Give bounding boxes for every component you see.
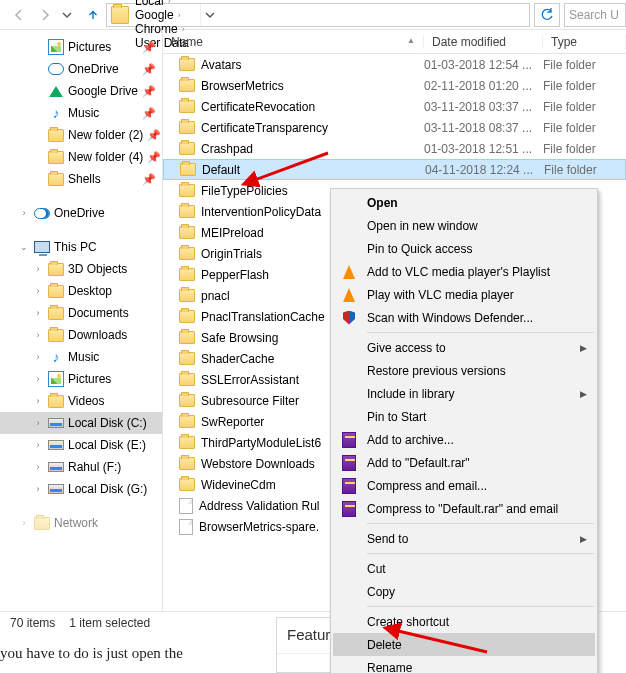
menu-scan-defender[interactable]: Scan with Windows Defender... bbox=[333, 306, 595, 329]
tree-item[interactable]: ›Desktop bbox=[0, 280, 162, 302]
chevron-right-icon[interactable]: › bbox=[32, 440, 44, 450]
menu-vlc-add-playlist[interactable]: Add to VLC media player's Playlist bbox=[333, 260, 595, 283]
navigation-pane[interactable]: Pictures📌OneDrive📌Google Drive📌♪Music📌Ne… bbox=[0, 30, 163, 611]
tree-item[interactable]: New folder (4)📌 bbox=[0, 146, 162, 168]
menu-open-new-window[interactable]: Open in new window bbox=[333, 214, 595, 237]
menu-include-library[interactable]: Include in library▶ bbox=[333, 382, 595, 405]
file-type: File folder bbox=[543, 79, 626, 93]
menu-rename[interactable]: Rename bbox=[333, 656, 595, 673]
col-date[interactable]: Date modified bbox=[424, 35, 543, 49]
menu-pin-start[interactable]: Pin to Start bbox=[333, 405, 595, 428]
folder-icon bbox=[48, 149, 64, 165]
tree-item[interactable]: ›Local Disk (G:) bbox=[0, 478, 162, 500]
column-headers[interactable]: Name ▲ Date modified Type bbox=[163, 30, 626, 54]
menu-create-shortcut[interactable]: Create shortcut bbox=[333, 610, 595, 633]
file-name: BrowserMetrics bbox=[201, 79, 284, 93]
menu-compress-email[interactable]: Compress and email... bbox=[333, 474, 595, 497]
chevron-right-icon[interactable]: › bbox=[32, 352, 44, 362]
menu-copy[interactable]: Copy bbox=[333, 580, 595, 603]
nav-recent-button[interactable] bbox=[54, 3, 80, 27]
music-icon: ♪ bbox=[48, 105, 64, 121]
refresh-button[interactable] bbox=[534, 3, 560, 27]
tree-item[interactable]: ›3D Objects bbox=[0, 258, 162, 280]
file-name: MEIPreload bbox=[201, 226, 264, 240]
col-type[interactable]: Type bbox=[543, 35, 626, 49]
menu-vlc-play[interactable]: Play with VLC media player bbox=[333, 283, 595, 306]
chevron-right-icon[interactable]: › bbox=[18, 208, 30, 218]
tree-item[interactable]: ›OneDrive bbox=[0, 202, 162, 224]
tree-item[interactable]: ›♪Music bbox=[0, 346, 162, 368]
file-row[interactable]: Avatars01-03-2018 12:54 ...File folder bbox=[163, 54, 626, 75]
nav-back-button[interactable] bbox=[6, 3, 32, 27]
file-row[interactable]: BrowserMetrics02-11-2018 01:20 ...File f… bbox=[163, 75, 626, 96]
tree-item[interactable]: ›Pictures bbox=[0, 368, 162, 390]
menu-open[interactable]: Open bbox=[333, 191, 595, 214]
breadcrumb-segment[interactable]: Local› bbox=[131, 0, 200, 8]
file-name: PepperFlash bbox=[201, 268, 269, 282]
chevron-right-icon[interactable]: › bbox=[32, 462, 44, 472]
folder-icon bbox=[179, 310, 195, 323]
menu-cut[interactable]: Cut bbox=[333, 557, 595, 580]
chevron-right-icon: ▶ bbox=[580, 343, 587, 353]
folder-icon bbox=[179, 289, 195, 302]
menu-give-access[interactable]: Give access to▶ bbox=[333, 336, 595, 359]
menu-compress-default-email[interactable]: Compress to "Default.rar" and email bbox=[333, 497, 595, 520]
chevron-right-icon[interactable]: › bbox=[32, 286, 44, 296]
path-dropdown-button[interactable] bbox=[200, 4, 218, 26]
tree-item[interactable]: New folder (2)📌 bbox=[0, 124, 162, 146]
tree-item-label: This PC bbox=[54, 240, 97, 254]
chevron-right-icon[interactable]: › bbox=[32, 374, 44, 384]
chevron-right-icon[interactable]: › bbox=[32, 396, 44, 406]
file-name: SSLErrorAssistant bbox=[201, 373, 299, 387]
menu-add-default-rar[interactable]: Add to "Default.rar" bbox=[333, 451, 595, 474]
tree-item[interactable]: Shells📌 bbox=[0, 168, 162, 190]
search-input[interactable]: Search U bbox=[564, 3, 626, 27]
file-row[interactable]: Crashpad01-03-2018 12:51 ...File folder bbox=[163, 138, 626, 159]
breadcrumb-segment[interactable]: Google› bbox=[131, 8, 200, 22]
tree-item[interactable]: ›Rahul (F:) bbox=[0, 456, 162, 478]
file-name: Webstore Downloads bbox=[201, 457, 315, 471]
chevron-right-icon[interactable]: › bbox=[32, 484, 44, 494]
tree-item-label: Videos bbox=[68, 394, 104, 408]
file-row[interactable]: CertificateRevocation03-11-2018 03:37 ..… bbox=[163, 96, 626, 117]
tree-item[interactable]: ›Network bbox=[0, 512, 162, 534]
tree-item[interactable]: ♪Music📌 bbox=[0, 102, 162, 124]
file-name: Default bbox=[202, 163, 240, 177]
tree-item[interactable]: ⌄This PC bbox=[0, 236, 162, 258]
chevron-right-icon[interactable]: › bbox=[18, 518, 30, 528]
winrar-icon bbox=[342, 455, 356, 471]
file-row[interactable]: Default04-11-2018 12:24 ...File folder bbox=[163, 159, 626, 180]
tree-item[interactable]: ›Local Disk (C:) bbox=[0, 412, 162, 434]
chevron-right-icon[interactable]: › bbox=[32, 330, 44, 340]
tree-item[interactable]: ›Local Disk (E:) bbox=[0, 434, 162, 456]
col-name[interactable]: Name ▲ bbox=[163, 35, 424, 49]
tree-item[interactable]: OneDrive📌 bbox=[0, 58, 162, 80]
vlc-icon bbox=[343, 288, 355, 302]
address-bar[interactable]: AppData›Local›Google›Chrome›User Data› bbox=[106, 3, 530, 27]
menu-pin-quick-access[interactable]: Pin to Quick access bbox=[333, 237, 595, 260]
file-row[interactable]: CertificateTransparency03-11-2018 08:37 … bbox=[163, 117, 626, 138]
drive-icon bbox=[48, 437, 64, 453]
menu-send-to[interactable]: Send to▶ bbox=[333, 527, 595, 550]
pin-icon: 📌 bbox=[142, 41, 156, 54]
chevron-right-icon[interactable]: › bbox=[32, 418, 44, 428]
tree-item-label: Network bbox=[54, 516, 98, 530]
menu-add-archive[interactable]: Add to archive... bbox=[333, 428, 595, 451]
pin-icon: 📌 bbox=[142, 63, 156, 76]
nav-up-button[interactable] bbox=[80, 3, 106, 27]
chevron-right-icon[interactable]: › bbox=[32, 264, 44, 274]
tree-item[interactable]: ›Documents bbox=[0, 302, 162, 324]
tree-item[interactable]: ›Downloads bbox=[0, 324, 162, 346]
menu-restore-versions[interactable]: Restore previous versions bbox=[333, 359, 595, 382]
menu-delete[interactable]: Delete bbox=[333, 633, 595, 656]
chevron-right-icon[interactable]: › bbox=[32, 308, 44, 318]
file-name: ThirdPartyModuleList6 bbox=[201, 436, 321, 450]
tree-item[interactable]: Google Drive📌 bbox=[0, 80, 162, 102]
file-date: 01-03-2018 12:54 ... bbox=[424, 58, 543, 72]
file-name: Subresource Filter bbox=[201, 394, 299, 408]
tree-item[interactable]: Pictures📌 bbox=[0, 36, 162, 58]
this-pc-icon bbox=[34, 239, 50, 255]
chevron-down-icon[interactable]: ⌄ bbox=[18, 242, 30, 252]
context-menu[interactable]: Open Open in new window Pin to Quick acc… bbox=[330, 188, 598, 673]
tree-item[interactable]: ›Videos bbox=[0, 390, 162, 412]
